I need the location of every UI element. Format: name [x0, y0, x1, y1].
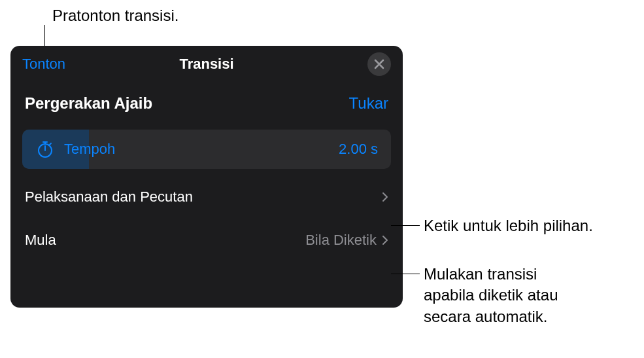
callout-preview-text: Pratonton transisi. — [52, 5, 178, 26]
callout-line — [391, 274, 420, 274]
transition-name: Pergerakan Ajaib — [25, 94, 152, 113]
start-label: Mula — [25, 232, 56, 249]
start-value: Bila Diketik — [305, 232, 377, 249]
close-button[interactable] — [367, 52, 391, 76]
delivery-label: Pelaksanaan dan Pecutan — [25, 188, 193, 206]
callout-start-info-line1: Mulakan transisi — [424, 264, 558, 285]
stopwatch-icon — [35, 139, 55, 159]
callout-more-options-text: Ketik untuk lebih pilihan. — [424, 215, 593, 236]
chevron-right-icon — [382, 192, 388, 202]
duration-value: 2.00 s — [339, 141, 378, 158]
panel-header: Tonton Transisi — [10, 46, 403, 82]
svg-line-4 — [50, 143, 51, 145]
start-row[interactable]: Mula Bila Diketik — [10, 219, 403, 262]
transition-name-row: Pergerakan Ajaib Tukar — [10, 82, 403, 124]
delivery-row[interactable]: Pelaksanaan dan Pecutan — [10, 175, 403, 219]
transition-panel: Tonton Transisi Pergerakan Ajaib Tukar — [10, 46, 403, 308]
callout-start-info-line3: secara automatik. — [424, 306, 558, 327]
watch-button[interactable]: Tonton — [22, 56, 65, 73]
chevron-right-icon — [382, 235, 388, 245]
duration-slider[interactable]: Tempoh 2.00 s — [22, 130, 391, 169]
change-button[interactable]: Tukar — [349, 94, 388, 113]
callout-line — [391, 225, 420, 226]
close-icon — [374, 59, 384, 69]
callout-start-info: Mulakan transisi apabila diketik atau se… — [424, 264, 558, 327]
callout-start-info-line2: apabila diketik atau — [424, 285, 558, 306]
panel-title: Transisi — [179, 56, 233, 73]
duration-label: Tempoh — [64, 141, 115, 158]
